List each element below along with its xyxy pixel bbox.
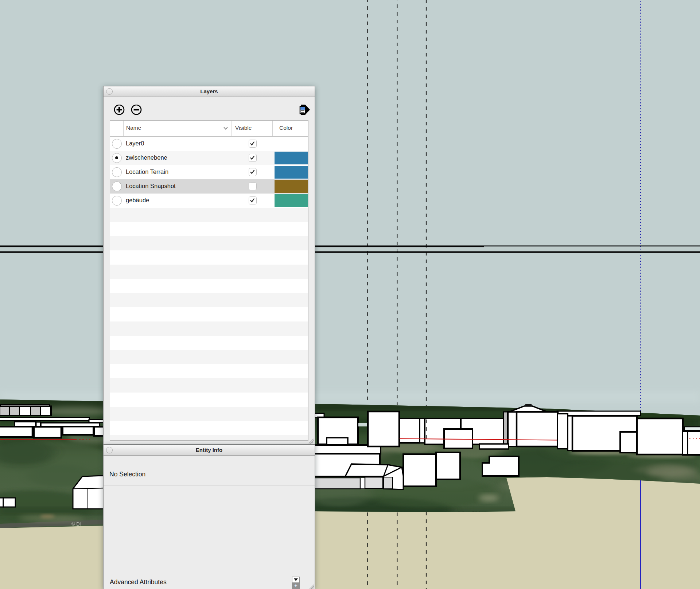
svg-text:© Di: © Di bbox=[71, 521, 81, 527]
